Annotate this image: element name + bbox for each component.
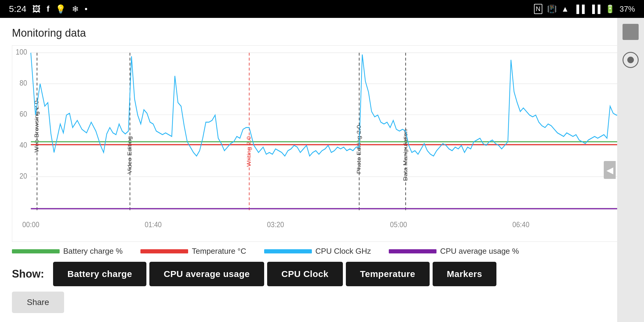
legend-color-battery [12, 249, 60, 253]
legend-item-temperature: Temperature °C [140, 247, 246, 256]
share-button[interactable]: Share [12, 292, 64, 313]
status-bar-left: 5:24 🖼 f 💡 ❄ • [9, 4, 88, 14]
svg-text:20: 20 [19, 171, 27, 180]
status-bar-right: N 📳 ▲ ▐▐ ▐▐ 🔋 37% [534, 4, 635, 14]
legend-item-battery: Battery charge % [12, 247, 123, 256]
show-label: Show: [12, 268, 44, 280]
show-buttons: Battery charge CPU average usage CPU Clo… [53, 262, 496, 286]
svg-text:40: 40 [19, 140, 27, 149]
signal2-icon: ▐▐ [589, 4, 600, 14]
battery-icon: 🔋 [605, 4, 615, 14]
legend-label-cpuclock: CPU Clock GHz [315, 247, 371, 256]
temperature-button[interactable]: Temperature [346, 262, 430, 286]
show-row: Show: Battery charge CPU average usage C… [12, 259, 632, 289]
legend-label-cpuavg: CPU average usage % [440, 247, 519, 256]
legend-color-cpuavg [389, 249, 436, 253]
svg-text:Data Manipulation: Data Manipulation [402, 129, 408, 181]
square-icon[interactable] [623, 24, 639, 40]
battery-charge-button[interactable]: Battery charge [53, 262, 146, 286]
cpu-clock-line [31, 53, 619, 156]
facebook-icon: f [47, 4, 49, 14]
signal1-icon: ▐▐ [574, 4, 585, 14]
svg-text:80: 80 [19, 78, 27, 87]
right-sidebar [617, 18, 644, 322]
svg-text:06:40: 06:40 [512, 220, 529, 229]
dot-icon: • [85, 4, 88, 14]
svg-text:03:20: 03:20 [267, 220, 284, 229]
wifi-icon: ▲ [561, 4, 569, 14]
legend-color-temperature [140, 249, 188, 253]
chevron-left-icon[interactable]: ◀ [604, 161, 616, 179]
svg-text:Writing 2.0: Writing 2.0 [246, 136, 252, 167]
legend-item-cpuavg: CPU average usage % [389, 247, 519, 256]
status-bar: 5:24 🖼 f 💡 ❄ • N 📳 ▲ ▐▐ ▐▐ 🔋 37% [0, 0, 644, 18]
svg-text:60: 60 [19, 109, 27, 118]
legend-row: Battery charge % Temperature °C CPU Cloc… [12, 242, 632, 259]
markers-button[interactable]: Markers [433, 262, 497, 286]
image-icon: 🖼 [32, 4, 41, 14]
legend-label-battery: Battery charge % [63, 247, 123, 256]
cpu-clock-button[interactable]: CPU Clock [267, 262, 343, 286]
status-time: 5:24 [9, 4, 26, 14]
cpu-average-usage-button[interactable]: CPU average usage [149, 262, 264, 286]
svg-text:00:00: 00:00 [22, 220, 39, 229]
svg-text:Photo Editing 2.0: Photo Editing 2.0 [356, 125, 362, 174]
main-content: Monitoring data 100 80 60 40 20 2GHz 1.6… [0, 18, 644, 322]
legend-item-cpuclock: CPU Clock GHz [264, 247, 371, 256]
chart-wrapper: 100 80 60 40 20 2GHz 1.6GHz 1.2GHz 0.8GH… [12, 45, 632, 242]
radio-button-icon[interactable] [623, 52, 639, 68]
snowflake-icon: ❄ [72, 4, 79, 14]
svg-text:01:40: 01:40 [145, 220, 162, 229]
svg-text:05:00: 05:00 [390, 220, 407, 229]
vibrate-icon: 📳 [547, 4, 557, 14]
svg-text:100: 100 [16, 47, 27, 56]
battery-percent: 37% [620, 4, 635, 14]
nfc-icon: N [534, 4, 542, 14]
chart-svg: 100 80 60 40 20 2GHz 1.6GHz 1.2GHz 0.8GH… [12, 46, 632, 242]
page-title: Monitoring data [12, 27, 632, 39]
chart-container: 100 80 60 40 20 2GHz 1.6GHz 1.2GHz 0.8GH… [12, 45, 632, 313]
bulb-icon: 💡 [55, 4, 66, 14]
legend-label-temperature: Temperature °C [192, 247, 246, 256]
legend-color-cpuclock [264, 249, 312, 253]
